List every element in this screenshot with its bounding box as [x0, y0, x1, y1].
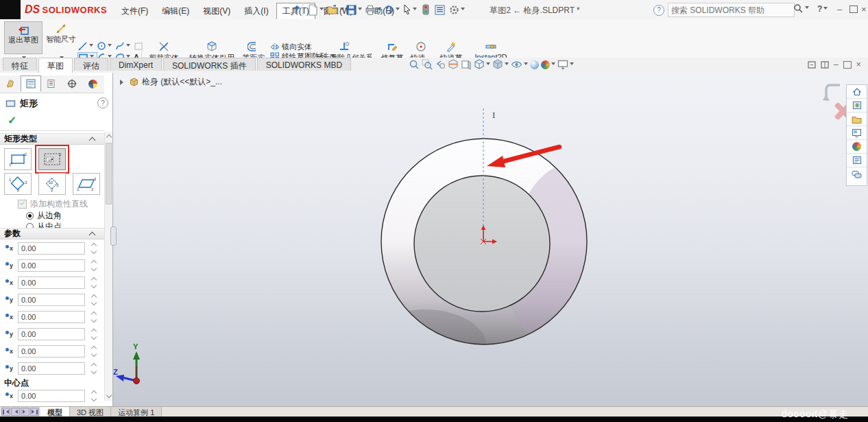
edit-appearance-button[interactable] [530, 60, 539, 69]
flyout-feature-tree[interactable]: 枪身 (默认<<默认>_... [120, 76, 222, 88]
param-spinner[interactable] [89, 328, 99, 340]
forum-button[interactable] [847, 167, 867, 181]
tab-3d-views[interactable]: 3D 视图 [70, 407, 111, 417]
spline-tool[interactable] [115, 41, 134, 51]
pm-scrollbar[interactable] [104, 132, 112, 401]
menu-edit[interactable]: 编辑(E) [156, 3, 195, 20]
param-input[interactable] [18, 362, 85, 375]
new-window-icon[interactable] [808, 61, 816, 69]
dimxpert-manager-tab[interactable] [62, 75, 82, 92]
help-menu-button[interactable]: ? [817, 4, 828, 14]
smart-dimension-button[interactable]: 智能尺寸 [45, 21, 77, 43]
tile-window-icon[interactable] [821, 61, 829, 69]
close-button[interactable]: × [861, 5, 867, 14]
maximize-button[interactable] [849, 5, 858, 13]
display-style-button[interactable] [492, 59, 509, 70]
undo-button[interactable] [383, 2, 400, 17]
tab-features[interactable]: 特征 [3, 58, 37, 71]
param-spinner[interactable] [89, 362, 99, 375]
tab-evaluate[interactable]: 评估 [74, 58, 108, 71]
zoom-to-fit-button[interactable] [409, 59, 420, 70]
parallelogram-button[interactable]: 1 2 3 [73, 173, 100, 195]
solidworks-resources-button[interactable] [847, 85, 867, 99]
minimize-button[interactable]: – [837, 5, 842, 14]
corner-rectangle-button[interactable]: 1 2 [4, 148, 32, 170]
param-input[interactable] [18, 277, 85, 289]
doc-minimize-button[interactable]: – [834, 60, 839, 69]
three-point-center-rectangle-button[interactable]: 10 3 2 [38, 173, 66, 195]
param-spinner[interactable] [89, 242, 99, 255]
param-input[interactable] [18, 259, 85, 272]
param-spinner[interactable] [89, 345, 99, 357]
feature-manager-tab[interactable] [0, 75, 21, 92]
tab-sketch[interactable]: 草图 [38, 58, 73, 73]
circle-tool[interactable] [97, 41, 115, 51]
param-spinner[interactable] [89, 259, 99, 272]
param-input[interactable] [18, 294, 85, 306]
select-button[interactable] [402, 2, 417, 17]
display-manager-tab[interactable] [82, 75, 103, 92]
parameters-section-header[interactable]: 参数 [0, 228, 104, 239]
collapse-chevron-icon[interactable] [89, 137, 96, 144]
view-settings-button[interactable] [557, 60, 574, 69]
print-button[interactable] [365, 2, 381, 17]
last-tab-button[interactable] [30, 408, 39, 416]
param-input[interactable] [18, 311, 85, 323]
param-input[interactable] [18, 345, 85, 357]
graphics-viewport[interactable]: 枪身 (默认<<默认>_... I [113, 73, 868, 406]
file-explorer-button[interactable] [847, 113, 867, 126]
rectangle-type-section-header[interactable]: 矩形类型 [0, 133, 104, 145]
property-manager-tab[interactable] [21, 75, 41, 92]
3d-drawing-view-button[interactable] [461, 59, 472, 70]
configuration-manager-tab[interactable] [41, 75, 62, 92]
panel-splitter-handle[interactable] [110, 226, 117, 246]
param-input[interactable] [18, 390, 85, 402]
design-library-button[interactable] [847, 99, 867, 113]
pm-help-icon[interactable]: ? [97, 97, 108, 108]
param-spinner[interactable] [89, 294, 99, 306]
zoom-to-area-button[interactable] [422, 59, 433, 70]
tab-solidworks-mbd[interactable]: SOLIDWORKS MBD [257, 58, 351, 71]
appearances-scenes-button[interactable] [847, 140, 867, 154]
menu-file[interactable]: 文件(F) [115, 3, 154, 20]
tab-solidworks-addins[interactable]: SOLIDWORKS 插件 [163, 58, 256, 71]
tab-dimxpert[interactable]: DimXpert [110, 58, 162, 71]
from-corners-radio[interactable]: 从边角 [26, 210, 62, 222]
doc-close-button[interactable]: × [856, 60, 861, 69]
param-spinner[interactable] [89, 277, 99, 289]
exit-sketch-button[interactable]: 退出草图 [4, 21, 43, 54]
param-spinner[interactable] [89, 311, 99, 323]
collapse-chevron-icon[interactable] [89, 232, 96, 239]
line-tool[interactable] [78, 41, 97, 51]
apply-scene-button[interactable] [541, 60, 555, 69]
doc-restore-button[interactable] [843, 61, 852, 69]
view-palette-button[interactable] [847, 126, 867, 140]
pm-ok-check[interactable]: ✓ [8, 114, 16, 127]
tab-model[interactable]: 模型 [40, 407, 70, 417]
section-view-button[interactable] [448, 59, 459, 70]
previous-view-button[interactable] [435, 59, 446, 70]
scroll-thumb[interactable] [106, 143, 112, 204]
search-button[interactable] [793, 3, 809, 14]
tab-motion-study[interactable]: 运动算例 1 [111, 407, 162, 417]
custom-properties-button[interactable] [847, 154, 867, 167]
tree-expand-icon[interactable] [120, 80, 126, 85]
next-tab-button[interactable] [21, 408, 29, 416]
new-doc-button[interactable] [308, 2, 324, 17]
save-button[interactable] [346, 2, 362, 17]
menu-view[interactable]: 视图(V) [197, 3, 237, 20]
hide-show-items-button[interactable] [511, 60, 528, 69]
open-doc-button[interactable] [327, 2, 344, 17]
param-input[interactable] [18, 328, 85, 340]
prev-tab-button[interactable] [11, 408, 20, 416]
menu-insert[interactable]: 插入(I) [238, 3, 274, 20]
scroll-up-arrow[interactable] [106, 134, 112, 140]
search-input[interactable] [668, 3, 795, 17]
rebuild-button[interactable] [422, 2, 429, 17]
first-tab-button[interactable] [1, 408, 10, 416]
three-point-corner-rectangle-button[interactable]: 1 2 3 [4, 173, 32, 195]
pin-icon[interactable] [293, 5, 301, 14]
scroll-down-arrow[interactable] [106, 392, 112, 398]
param-spinner[interactable] [89, 390, 99, 402]
param-input[interactable] [18, 242, 85, 255]
